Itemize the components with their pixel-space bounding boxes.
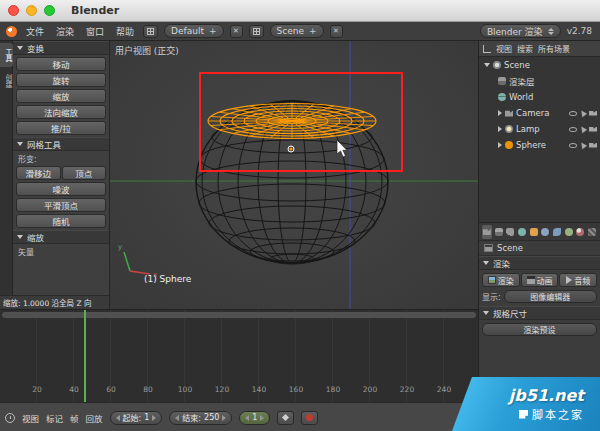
- disclosure-triangle-icon[interactable]: [484, 63, 490, 67]
- tab-renderlayers-icon[interactable]: [494, 225, 504, 239]
- tab-world-icon[interactable]: [517, 225, 527, 239]
- timeline-menu-marker[interactable]: 标记: [46, 412, 63, 424]
- outliner-display-mode[interactable]: 所有场景: [538, 43, 570, 54]
- auto-record-button[interactable]: [301, 411, 318, 425]
- animation-button[interactable]: 动画: [521, 273, 559, 287]
- clock-icon[interactable]: [5, 413, 15, 423]
- screen-layout-selector[interactable]: Default +: [164, 24, 223, 38]
- scale-button[interactable]: 缩放: [16, 89, 106, 103]
- outliner-row-renderlayers[interactable]: 渲染层: [479, 73, 600, 89]
- timeline-menu-playback[interactable]: 回放: [86, 412, 103, 424]
- timeline-menu-view[interactable]: 视图: [22, 412, 39, 424]
- frame-tick-label: 80: [143, 385, 153, 394]
- selectable-icon[interactable]: [579, 109, 587, 117]
- eye-icon[interactable]: [569, 143, 577, 148]
- tab-render-icon[interactable]: [482, 225, 492, 239]
- timeline-menu-frame[interactable]: 帧: [70, 412, 79, 424]
- tab-object-icon[interactable]: [529, 225, 539, 239]
- outliner-menu-search[interactable]: 搜索: [517, 43, 533, 54]
- scene-icon-button[interactable]: [249, 25, 264, 38]
- outliner-row-world[interactable]: World: [479, 89, 600, 105]
- shrink-fatten-button[interactable]: 法向缩放: [16, 105, 106, 119]
- viewport-canvas[interactable]: xy: [110, 41, 478, 309]
- current-frame-field[interactable]: 1: [239, 411, 270, 425]
- close-window-button[interactable]: [8, 5, 19, 16]
- selectable-icon[interactable]: [579, 125, 587, 133]
- frame-tick-label: 120: [215, 385, 229, 394]
- watermark-name: 脚本之家: [532, 406, 584, 422]
- smooth-vertex-button[interactable]: 平滑顶点: [16, 198, 106, 212]
- mesh-tools-panel-header[interactable]: 网格工具: [13, 137, 109, 151]
- current-frame-indicator[interactable]: [84, 310, 86, 402]
- audio-button[interactable]: 音频: [559, 273, 597, 287]
- tab-modifiers-icon[interactable]: [552, 225, 562, 239]
- collapse-arrow-icon: [483, 261, 489, 265]
- start-frame-field[interactable]: 起始: 1: [110, 411, 163, 425]
- view-orientation-label: 用户视图 (正交): [115, 44, 179, 57]
- outliner-editor-icon[interactable]: [483, 45, 491, 53]
- decrement-arrow-icon[interactable]: [245, 415, 249, 421]
- tab-material-icon[interactable]: [576, 225, 586, 239]
- render-panel-header[interactable]: 渲染: [479, 256, 600, 270]
- tab-scene-icon[interactable]: [505, 225, 515, 239]
- scene-selector[interactable]: Scene +: [270, 24, 324, 38]
- randomize-button[interactable]: 随机: [16, 214, 106, 228]
- delete-layout-button[interactable]: ✕: [230, 25, 243, 38]
- noise-button[interactable]: 噪波: [16, 182, 106, 196]
- timeline-scrollbar[interactable]: [2, 312, 476, 318]
- rotate-button[interactable]: 旋转: [16, 73, 106, 87]
- decrement-arrow-icon[interactable]: [116, 415, 120, 421]
- tab-texture-icon[interactable]: [587, 225, 597, 239]
- add-scene-icon[interactable]: +: [309, 26, 317, 36]
- disclosure-triangle-icon[interactable]: [498, 142, 502, 148]
- renderable-icon[interactable]: [589, 143, 597, 148]
- render-presets-dropdown[interactable]: 渲染预设: [482, 323, 597, 336]
- menu-render[interactable]: 渲染: [53, 24, 77, 39]
- titlebar: Blender: [0, 0, 600, 22]
- eye-icon[interactable]: [569, 127, 577, 132]
- menu-help[interactable]: 帮助: [113, 24, 137, 39]
- menu-window[interactable]: 窗口: [83, 24, 107, 39]
- blender-logo-icon[interactable]: [6, 26, 17, 37]
- display-mode-dropdown[interactable]: 图像编辑器: [504, 290, 597, 303]
- tab-create[interactable]: 创建: [0, 69, 13, 93]
- screen-layout-icon-button[interactable]: [143, 25, 158, 38]
- end-frame-field[interactable]: 结束: 250: [169, 411, 232, 425]
- dimensions-panel-header[interactable]: 规格尺寸: [479, 306, 600, 320]
- timeline-frame-area[interactable]: 20 40 60 80 100 120 140 160 180 200 220 …: [0, 310, 478, 402]
- translate-button[interactable]: 移动: [16, 57, 106, 71]
- render-engine-selector[interactable]: Blender 渲染: [480, 24, 561, 38]
- increment-arrow-icon[interactable]: [152, 415, 156, 421]
- operator-panel-header[interactable]: 缩放: [13, 230, 109, 244]
- tab-data-icon[interactable]: [564, 225, 574, 239]
- outliner-menu-view[interactable]: 视图: [496, 43, 512, 54]
- outliner-row-lamp[interactable]: Lamp: [479, 121, 600, 137]
- menu-file[interactable]: 文件: [23, 24, 47, 39]
- eye-icon[interactable]: [569, 111, 577, 116]
- outliner-row-sphere[interactable]: Sphere: [479, 137, 600, 153]
- edge-slide-button[interactable]: 滑移边: [16, 166, 61, 180]
- keyframe-button[interactable]: [277, 411, 294, 425]
- increment-arrow-icon[interactable]: [260, 415, 264, 421]
- delete-scene-button[interactable]: ✕: [330, 25, 343, 38]
- zoom-window-button[interactable]: [44, 5, 55, 16]
- render-button[interactable]: 渲染: [482, 273, 520, 287]
- increment-arrow-icon[interactable]: [222, 415, 226, 421]
- tab-constraints-icon[interactable]: [541, 225, 551, 239]
- disclosure-triangle-icon[interactable]: [498, 110, 502, 116]
- push-pull-button[interactable]: 推/拉: [16, 121, 106, 135]
- minimize-window-button[interactable]: [26, 5, 37, 16]
- renderable-icon[interactable]: [589, 127, 597, 132]
- vertex-slide-button[interactable]: 顶点: [62, 166, 107, 180]
- tab-tools[interactable]: 工具: [0, 43, 13, 67]
- add-layout-icon[interactable]: +: [209, 26, 217, 36]
- selectable-icon[interactable]: [579, 141, 587, 149]
- renderable-icon[interactable]: [589, 111, 597, 116]
- outliner-row-camera[interactable]: Camera: [479, 105, 600, 121]
- transform-panel-header[interactable]: 变换: [13, 41, 109, 55]
- decrement-arrow-icon[interactable]: [175, 415, 179, 421]
- outliner-row-scene[interactable]: Scene: [479, 57, 600, 73]
- frame-tick-label: 180: [326, 385, 340, 394]
- viewport-3d[interactable]: 用户视图 (正交) xy (1) Sphere: [110, 41, 478, 309]
- disclosure-triangle-icon[interactable]: [498, 126, 502, 132]
